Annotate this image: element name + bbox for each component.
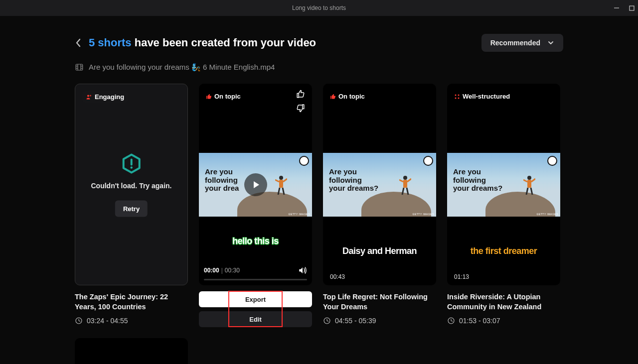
short-title: Top Life Regret: Not Following Your Drea… — [323, 292, 436, 312]
caption-text: the first dreamer — [471, 246, 537, 256]
clock-icon — [75, 317, 83, 325]
svg-point-9 — [87, 95, 89, 97]
svg-rect-2 — [76, 64, 83, 70]
thumbs-up-icon — [206, 94, 212, 100]
short-card: On topic Are you following your dreams? … — [323, 84, 436, 327]
retry-button[interactable]: Retry — [115, 200, 148, 217]
time-range-row: 04:55 - 05:39 — [323, 317, 436, 325]
badge-label: Well-structured — [463, 93, 510, 100]
time-range: 03:24 - 04:55 — [87, 317, 128, 325]
shorts-grid: Engaging Couldn't load. Try again. Retry… — [75, 84, 563, 364]
error-state: Couldn't load. Try again. Retry — [81, 152, 182, 217]
svg-marker-21 — [254, 181, 259, 188]
svg-line-35 — [526, 188, 528, 195]
quality-badge: On topic — [206, 91, 241, 102]
svg-line-27 — [407, 179, 411, 182]
clip-length: 00:43 — [330, 273, 345, 280]
frame-text: Are you following your dreams? — [453, 168, 502, 193]
svg-rect-23 — [403, 180, 407, 188]
badge-label: Engaging — [95, 93, 124, 101]
header-left: 5 shorts have been created from your vid… — [75, 36, 316, 49]
edit-button[interactable]: Edit — [199, 311, 312, 327]
caption-text: Daisy and Herman — [342, 246, 417, 256]
svg-point-31 — [455, 97, 457, 99]
video-frame: Are you following your dreams? GETTY IMA… — [447, 153, 560, 217]
title-rest: have been created from your video — [132, 36, 316, 49]
film-icon — [75, 63, 84, 72]
source-file-row: Are you following your dreams 🧞 6 Minute… — [75, 63, 563, 72]
maximize-button[interactable] — [628, 4, 635, 11]
svg-line-20 — [283, 179, 287, 182]
caption-area: hello this is — [199, 217, 312, 266]
back-button[interactable] — [75, 38, 82, 48]
time-range-row: 01:53 - 03:07 — [447, 317, 560, 325]
short-thumbnail[interactable]: On topic Are you following your drea — [199, 84, 312, 285]
video-watermark-icon — [547, 156, 557, 166]
short-thumbnail-error: Engaging Couldn't load. Try again. Retry — [75, 84, 188, 285]
preview-area: Are you following your dreams? GETTY IMA… — [323, 84, 436, 285]
quality-badge: On topic — [330, 91, 365, 102]
thumbs-up-button[interactable] — [296, 90, 305, 99]
sort-label: Recommended — [490, 39, 540, 47]
svg-point-32 — [458, 97, 460, 99]
video-watermark-icon — [423, 156, 433, 166]
svg-point-15 — [279, 176, 283, 180]
short-card — [75, 338, 188, 364]
frame-text: Are you following your drea — [205, 168, 239, 193]
svg-line-19 — [275, 180, 279, 182]
video-frame: Are you following your drea GETTY IMAGES — [199, 153, 312, 217]
frame-text: Are you following your dreams? — [329, 168, 378, 193]
video-frame: Are you following your dreams? GETTY IMA… — [323, 153, 436, 217]
chevron-down-icon — [547, 39, 554, 46]
caption-text: hello this is — [232, 236, 279, 246]
clock-icon — [447, 317, 455, 325]
short-thumbnail[interactable] — [75, 338, 188, 364]
short-thumbnail[interactable]: On topic Are you following your dreams? … — [323, 84, 436, 285]
source-file-name: Are you following your dreams 🧞 6 Minute… — [89, 63, 275, 72]
svg-point-22 — [403, 176, 407, 180]
badge-label: On topic — [338, 93, 365, 100]
alert-icon — [121, 152, 143, 174]
clip-length: 01:13 — [454, 273, 469, 280]
time-range: 01:53 - 03:07 — [459, 317, 500, 325]
thumbs-down-button[interactable] — [296, 104, 305, 113]
short-thumbnail[interactable]: Well-structured Are you following your d… — [447, 84, 560, 285]
getty-credit: GETTY IMAGES — [413, 213, 434, 216]
svg-rect-34 — [527, 180, 531, 188]
svg-point-29 — [455, 94, 457, 96]
error-text: Couldn't load. Try again. — [81, 181, 182, 189]
svg-line-25 — [407, 188, 408, 195]
svg-line-36 — [531, 188, 532, 195]
svg-line-24 — [402, 188, 404, 195]
sort-dropdown[interactable]: Recommended — [481, 34, 563, 52]
svg-line-26 — [399, 180, 403, 182]
duration: 00:30 — [225, 267, 240, 274]
engaging-icon — [86, 94, 92, 100]
short-card-active: On topic Are you following your drea — [199, 84, 312, 327]
current-time: 00:00 — [204, 267, 219, 274]
svg-point-10 — [90, 95, 91, 96]
play-button[interactable] — [244, 173, 267, 196]
minimize-button[interactable] — [613, 4, 620, 11]
clock-icon — [323, 317, 331, 325]
shorts-count: 5 shorts — [89, 36, 132, 49]
titlebar: Long video to shorts — [0, 0, 638, 16]
export-button[interactable]: Export — [199, 291, 312, 307]
preview-area: Are you following your drea GETTY IMAGES… — [199, 84, 312, 266]
time-display: 00:00|00:30 — [204, 267, 240, 274]
page-title: 5 shorts have been created from your vid… — [89, 36, 316, 49]
getty-credit: GETTY IMAGES — [289, 213, 310, 216]
time-range: 04:55 - 05:39 — [335, 317, 376, 325]
short-title: The Zaps' Epic Journey: 22 Years, 100 Co… — [75, 292, 188, 312]
time-range-row: 03:24 - 04:55 — [75, 317, 188, 325]
volume-button[interactable] — [298, 266, 307, 275]
progress-bar[interactable] — [204, 279, 307, 280]
svg-line-18 — [283, 188, 284, 195]
vote-controls — [296, 90, 305, 113]
structure-icon — [454, 94, 460, 100]
player-controls: 00:00|00:30 — [199, 266, 312, 279]
svg-line-17 — [278, 188, 280, 195]
svg-line-38 — [531, 179, 535, 182]
window-controls — [613, 0, 635, 16]
svg-line-37 — [523, 180, 527, 182]
